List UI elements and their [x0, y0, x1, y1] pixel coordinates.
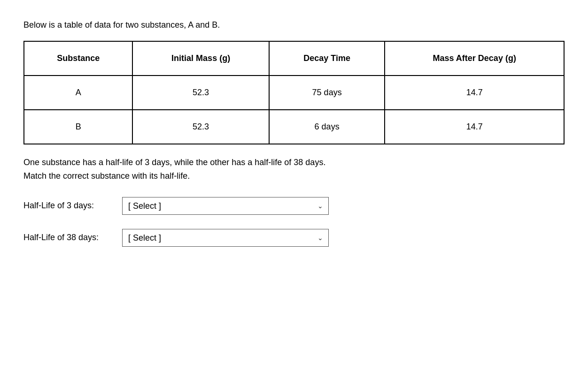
label-38days: Half-Life of 38 days: [23, 231, 117, 244]
table-header-row: Substance Initial Mass (g) Decay Time Ma… [24, 41, 564, 76]
select-wrapper-38days: [ Select ] A B ⌄ [122, 229, 329, 247]
table-row: B 52.3 6 days 14.7 [24, 110, 564, 144]
match-row-3days: Half-Life of 3 days: [ Select ] A B ⌄ [23, 197, 565, 215]
cell-initial-mass-b: 52.3 [132, 110, 269, 144]
cell-initial-mass-a: 52.3 [132, 76, 269, 110]
select-3days[interactable]: [ Select ] A B [122, 197, 329, 215]
description-text: One substance has a half-life of 3 days,… [23, 156, 565, 183]
select-38days[interactable]: [ Select ] A B [122, 229, 329, 247]
cell-decay-time-b: 6 days [269, 110, 385, 144]
data-table: Substance Initial Mass (g) Decay Time Ma… [23, 41, 565, 144]
match-section: Half-Life of 3 days: [ Select ] A B ⌄ Ha… [23, 197, 565, 247]
description-line1: One substance has a half-life of 3 days,… [23, 158, 325, 167]
header-substance: Substance [24, 41, 132, 76]
description-line2: Match the correct substance with its hal… [23, 171, 190, 181]
cell-mass-after-decay-b: 14.7 [385, 110, 564, 144]
intro-text: Below is a table of data for two substan… [23, 19, 565, 31]
cell-mass-after-decay-a: 14.7 [385, 76, 564, 110]
match-row-38days: Half-Life of 38 days: [ Select ] A B ⌄ [23, 229, 565, 247]
cell-substance-a: A [24, 76, 132, 110]
select-wrapper-3days: [ Select ] A B ⌄ [122, 197, 329, 215]
header-mass-after-decay: Mass After Decay (g) [385, 41, 564, 76]
header-initial-mass: Initial Mass (g) [132, 41, 269, 76]
cell-decay-time-a: 75 days [269, 76, 385, 110]
label-3days: Half-Life of 3 days: [23, 199, 117, 212]
cell-substance-b: B [24, 110, 132, 144]
table-row: A 52.3 75 days 14.7 [24, 76, 564, 110]
header-decay-time: Decay Time [269, 41, 385, 76]
